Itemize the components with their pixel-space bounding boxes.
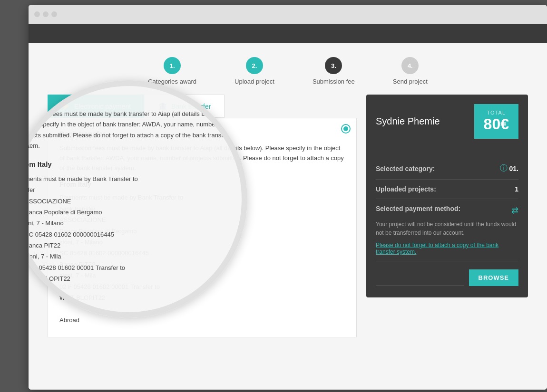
payment-note: Your project will not be considered unti… bbox=[376, 220, 518, 237]
step-3-label: Submission fee bbox=[313, 78, 355, 85]
file-input[interactable] bbox=[376, 269, 464, 286]
total-amount: 80€ bbox=[484, 115, 509, 133]
right-panel: Sydnie Phemie TOTAL 80€ Selected categor… bbox=[366, 95, 528, 297]
browse-button[interactable]: BROWSE bbox=[469, 269, 519, 286]
right-header: Sydnie Phemie TOTAL 80€ bbox=[366, 95, 528, 148]
window-dot-green bbox=[51, 11, 57, 17]
step-1-number: 1. bbox=[170, 62, 175, 69]
total-label: TOTAL bbox=[484, 110, 509, 115]
window-dot-yellow bbox=[43, 11, 49, 17]
radio-button[interactable] bbox=[341, 124, 351, 134]
title-bar bbox=[29, 5, 547, 24]
user-name: Sydnie Phemie bbox=[376, 116, 440, 127]
window-dot-red bbox=[34, 11, 40, 17]
step-2-number: 2. bbox=[252, 62, 257, 69]
step-2[interactable]: 2. Upload project bbox=[234, 57, 274, 85]
step-4-number: 4. bbox=[408, 62, 413, 69]
selected-category-label: Selected category: bbox=[376, 165, 435, 172]
right-details: Selected category: ⓘ 01. Uploaded projec… bbox=[366, 148, 528, 297]
uploaded-projects-label: Uploaded projects: bbox=[376, 185, 436, 193]
step-1[interactable]: 1. Categories award bbox=[148, 57, 196, 85]
payment-link[interactable]: Please do not forget to attach a copy of… bbox=[376, 242, 518, 255]
step-3[interactable]: 3. Submission fee bbox=[313, 57, 355, 85]
payment-method-row: Selected payment method: ⇄ Your project … bbox=[376, 199, 518, 261]
category-info-icon: ⓘ bbox=[500, 163, 508, 173]
main-content: 1. Categories award 2. Upload project 3.… bbox=[29, 43, 547, 390]
selected-category-value-wrap: ⓘ 01. bbox=[500, 163, 518, 173]
browse-section: BROWSE bbox=[376, 261, 518, 288]
magnifier-bank-details: ments must be made by Bank Transfer to s… bbox=[29, 173, 232, 307]
step-3-circle: 3. bbox=[325, 57, 342, 74]
step-3-number: 3. bbox=[331, 62, 336, 69]
selected-category-value: 01. bbox=[509, 165, 518, 172]
payment-method-header: Selected payment method: ⇄ bbox=[376, 205, 518, 216]
step-2-circle: 2. bbox=[246, 57, 263, 74]
step-4-circle: 4. bbox=[401, 57, 419, 74]
total-box: TOTAL 80€ bbox=[474, 104, 518, 139]
magnifier-intro: bmission fees must be made by bank trans… bbox=[29, 109, 232, 151]
app-header bbox=[29, 24, 547, 43]
app-window: 1. Categories award 2. Upload project 3.… bbox=[29, 5, 547, 390]
abroad-title: Abroad bbox=[59, 315, 345, 325]
step-2-label: Upload project bbox=[234, 78, 274, 85]
uploaded-projects-row: Uploaded projects: 1 bbox=[376, 180, 518, 199]
left-panel: ⚡ Electronic payment 🏦 Bank transfer Ban… bbox=[48, 95, 357, 337]
selected-category-row: Selected category: ⓘ 01. bbox=[376, 158, 518, 180]
payment-method-label: Selected payment method: bbox=[376, 205, 460, 212]
step-1-circle: 1. bbox=[164, 57, 181, 74]
transfer-icon: ⇄ bbox=[511, 205, 518, 216]
magnifier-from-italy: om Italy bbox=[29, 158, 232, 171]
step-4[interactable]: 4. Send project bbox=[393, 57, 428, 85]
step-4-label: Send project bbox=[393, 78, 428, 85]
content-area: ⚡ Electronic payment 🏦 Bank transfer Ban… bbox=[29, 95, 547, 347]
uploaded-projects-value: 1 bbox=[515, 185, 518, 193]
radio-inner bbox=[343, 126, 348, 131]
magnifier-content: x transfer bmission fees must be made by… bbox=[29, 82, 242, 316]
